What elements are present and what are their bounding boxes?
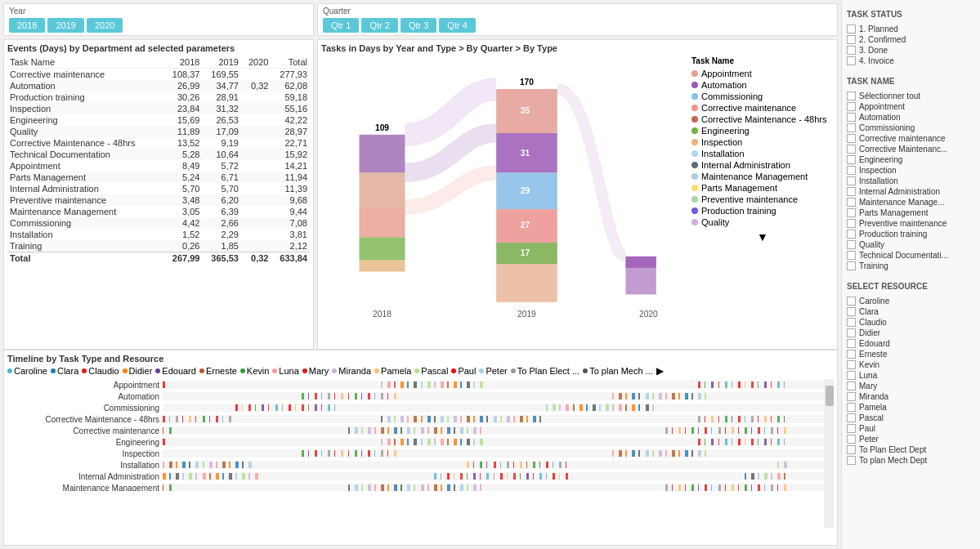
table-cell: 108,37 xyxy=(163,69,202,81)
task-status-checkbox[interactable] xyxy=(847,56,856,65)
mini-bar xyxy=(698,450,701,457)
resource-checkbox[interactable] xyxy=(847,307,856,316)
resource-label: Claudio xyxy=(859,318,887,327)
quarter-filter: Quarter Qtr 1 Qtr 2 Qtr 3 Qtr 4 xyxy=(317,3,838,36)
scrollbar-thumb[interactable] xyxy=(826,386,834,406)
chart-area: 109 170 35 31 29 xyxy=(321,56,834,342)
mini-bar xyxy=(494,416,497,422)
mini-bar xyxy=(454,484,455,491)
resource-color-dot xyxy=(332,368,337,373)
task-name-label: Commissioning xyxy=(859,123,915,132)
table-cell: Preventive maintenance xyxy=(7,194,163,206)
scrollbar-vertical[interactable] xyxy=(824,379,834,528)
mini-bar xyxy=(513,473,516,480)
resource-label: Clara xyxy=(859,307,879,316)
svg-text:35: 35 xyxy=(521,106,530,115)
resource-checkbox[interactable] xyxy=(847,328,856,337)
timeline-title: Timeline by Task Type and Resource xyxy=(7,354,834,364)
timeline-row-bars xyxy=(163,461,824,469)
task-name-checkbox[interactable] xyxy=(847,113,856,122)
task-name-checkbox[interactable] xyxy=(847,166,856,175)
timeline-row: Inspection xyxy=(7,448,824,459)
mini-bar xyxy=(334,393,335,399)
task-name-checkbox[interactable] xyxy=(847,102,856,111)
mini-bar xyxy=(593,404,596,411)
resource-checkbox[interactable] xyxy=(847,456,856,465)
task-status-checkbox[interactable] xyxy=(847,46,856,55)
task-name-checkbox[interactable] xyxy=(847,219,856,228)
mini-bar xyxy=(659,450,662,457)
resource-checkbox[interactable] xyxy=(847,350,856,359)
resource-checkbox[interactable] xyxy=(847,318,856,327)
table-cell: 2,29 xyxy=(202,229,240,240)
resource-checkbox[interactable] xyxy=(847,413,856,422)
mini-bar xyxy=(387,427,389,434)
mini-bar xyxy=(559,473,560,480)
resource-color-dot xyxy=(82,368,87,373)
qtr4-btn[interactable]: Qtr 4 xyxy=(439,18,475,33)
col-2020: 2020 xyxy=(241,56,271,69)
mini-bar xyxy=(275,404,278,411)
year-2019-btn[interactable]: 2019 xyxy=(47,18,83,33)
quarter-filter-label: Quarter xyxy=(323,7,832,16)
task-name-checkbox[interactable] xyxy=(847,155,856,164)
mini-bar xyxy=(539,473,542,480)
resource-checkbox[interactable] xyxy=(847,297,856,306)
mini-bar xyxy=(539,462,540,468)
timeline-legend-scroll[interactable]: ▶ xyxy=(656,365,664,377)
resource-checkbox[interactable] xyxy=(847,371,856,380)
resource-checkbox[interactable] xyxy=(847,424,856,433)
year-2020-btn[interactable]: 2020 xyxy=(87,18,123,33)
resource-item: Edouard xyxy=(847,339,975,348)
task-name-checkbox[interactable] xyxy=(847,187,856,196)
resource-checkbox[interactable] xyxy=(847,392,856,401)
task-name-checkbox[interactable] xyxy=(847,134,856,143)
timeline-row-bars xyxy=(163,392,824,400)
mini-bar xyxy=(685,450,688,457)
mini-bar xyxy=(685,393,688,399)
task-status-checkbox[interactable] xyxy=(847,25,856,33)
mini-bar xyxy=(268,404,269,411)
qtr1-btn[interactable]: Qtr 1 xyxy=(323,18,359,33)
task-name-checkbox[interactable] xyxy=(847,92,856,100)
task-name-checkbox[interactable] xyxy=(847,123,856,132)
resource-checkbox[interactable] xyxy=(847,403,856,412)
year-2018-btn[interactable]: 2018 xyxy=(9,18,45,33)
resource-checkbox[interactable] xyxy=(847,382,856,391)
task-name-checkbox[interactable] xyxy=(847,251,856,260)
resource-name: Erneste xyxy=(206,366,237,376)
task-name-checkbox[interactable] xyxy=(847,230,856,239)
table-cell: Quality xyxy=(7,126,163,137)
mini-bar xyxy=(163,462,164,468)
table-cell: Maintenance Management xyxy=(7,206,163,217)
task-name-checkbox[interactable] xyxy=(847,261,856,270)
mini-bar xyxy=(348,484,350,491)
svg-rect-3 xyxy=(360,207,405,237)
table-cell: 28,91 xyxy=(202,92,240,103)
mini-bar xyxy=(553,404,556,411)
timeline-legend-item: Edouard xyxy=(155,366,196,376)
resource-color-dot xyxy=(302,368,307,373)
legend-scroll-down[interactable]: ▼ xyxy=(691,230,834,243)
qtr3-btn[interactable]: Qtr 3 xyxy=(401,18,436,33)
resource-checkbox[interactable] xyxy=(847,445,856,454)
task-name-checkbox[interactable] xyxy=(847,176,856,185)
task-name-checkbox[interactable] xyxy=(847,145,856,154)
resource-checkbox[interactable] xyxy=(847,435,856,444)
legend-label: Preventive maintenance xyxy=(701,194,798,204)
mini-bar xyxy=(546,473,547,480)
mini-bar xyxy=(758,416,758,422)
task-name-checkbox[interactable] xyxy=(847,198,856,207)
qtr2-btn[interactable]: Qtr 2 xyxy=(361,18,397,33)
table-cell xyxy=(241,69,271,81)
table-row: Appointment8,495,7214,21 xyxy=(7,160,310,172)
task-name-checkbox[interactable] xyxy=(847,208,856,217)
task-status-checkbox[interactable] xyxy=(847,35,856,44)
resource-checkbox[interactable] xyxy=(847,339,856,348)
mini-bar xyxy=(526,416,528,422)
mini-bar xyxy=(553,473,555,480)
mini-bar xyxy=(732,484,734,491)
table-cell: 11,94 xyxy=(271,172,310,183)
resource-checkbox[interactable] xyxy=(847,360,856,369)
task-name-checkbox[interactable] xyxy=(847,240,856,249)
